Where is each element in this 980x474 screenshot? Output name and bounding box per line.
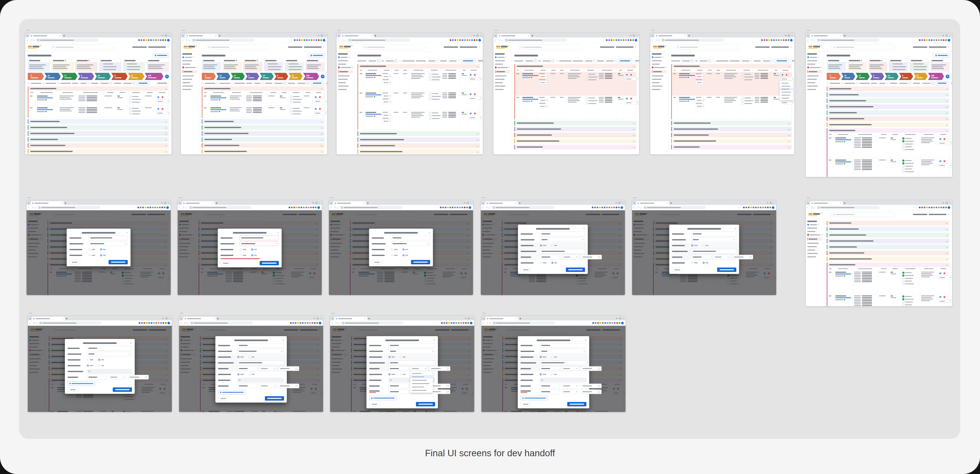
window-maximize-icon[interactable] bbox=[477, 35, 478, 36]
checkbox-icon[interactable] bbox=[265, 63, 267, 65]
window-minimize-icon[interactable] bbox=[161, 203, 163, 203]
extension-icon[interactable] bbox=[450, 39, 451, 41]
took-payment-radio[interactable] bbox=[703, 244, 705, 247]
extension-icon[interactable] bbox=[317, 322, 318, 324]
checkbox-icon[interactable] bbox=[586, 76, 588, 78]
frame-leads-section-expanded[interactable]: 31017314931338⚙ bbox=[805, 33, 952, 177]
frame-modal-took-payment-alt[interactable] bbox=[632, 200, 776, 295]
address-bar[interactable] bbox=[643, 206, 706, 209]
extension-icon[interactable] bbox=[297, 322, 299, 324]
extension-icon[interactable] bbox=[296, 39, 298, 41]
lead-name-input[interactable] bbox=[237, 343, 284, 348]
extension-icon[interactable] bbox=[441, 322, 443, 324]
agent-select[interactable] bbox=[448, 59, 460, 63]
extension-icon[interactable] bbox=[940, 207, 942, 208]
table-row[interactable] bbox=[827, 136, 949, 158]
first-payment-radio[interactable] bbox=[691, 262, 694, 264]
checkbox-icon[interactable] bbox=[429, 98, 431, 100]
tab-close-icon[interactable] bbox=[213, 318, 215, 319]
extension-icon[interactable] bbox=[446, 322, 447, 324]
sidebar-item-2[interactable] bbox=[338, 63, 353, 65]
row-status-select[interactable] bbox=[781, 77, 794, 81]
browser-tab[interactable] bbox=[333, 201, 366, 205]
export-button[interactable] bbox=[476, 59, 483, 63]
frame-payments-actions-open[interactable] bbox=[650, 33, 795, 155]
funnel-stage-3[interactable]: 3 bbox=[245, 73, 259, 80]
checkbox-icon[interactable] bbox=[902, 272, 904, 274]
sidebar-item-0[interactable] bbox=[495, 57, 510, 58]
took-payment-radio[interactable] bbox=[388, 356, 391, 358]
agent-select[interactable] bbox=[762, 59, 774, 63]
checkbox-icon[interactable] bbox=[429, 115, 431, 117]
window-maximize-icon[interactable] bbox=[770, 202, 772, 204]
add-lead-button[interactable] bbox=[309, 54, 325, 58]
type-select[interactable] bbox=[382, 75, 391, 78]
status-select[interactable] bbox=[539, 81, 548, 84]
funnel-stage-3[interactable]: 3 bbox=[870, 73, 885, 80]
extension-icon[interactable] bbox=[765, 207, 766, 208]
checkbox-icon[interactable] bbox=[586, 79, 588, 81]
filter-date-select[interactable] bbox=[99, 81, 113, 85]
extension-icon[interactable] bbox=[299, 322, 301, 324]
type-select[interactable] bbox=[540, 349, 586, 354]
new-tab-button[interactable] bbox=[375, 35, 376, 36]
extension-icon[interactable] bbox=[616, 39, 617, 41]
date-input[interactable] bbox=[581, 389, 601, 394]
extension-icon[interactable] bbox=[613, 207, 615, 208]
extension-icon[interactable] bbox=[612, 322, 613, 324]
sidebar-item-3[interactable] bbox=[807, 234, 822, 236]
cancel-button[interactable] bbox=[70, 260, 80, 264]
extension-icon[interactable] bbox=[770, 207, 771, 208]
extension-icon[interactable] bbox=[306, 39, 307, 41]
extension-icon[interactable] bbox=[762, 207, 764, 208]
window-close-icon[interactable] bbox=[622, 202, 623, 203]
funnel-stage-3[interactable]: 3 bbox=[78, 73, 94, 80]
funnel-stage-0[interactable]: 3 bbox=[202, 73, 216, 80]
extension-icon[interactable] bbox=[138, 39, 140, 41]
address-bar[interactable] bbox=[661, 38, 724, 42]
extension-icon[interactable] bbox=[752, 207, 754, 208]
back-icon[interactable] bbox=[807, 206, 809, 208]
accordion-section-3[interactable] bbox=[202, 131, 325, 136]
sidebar-item-0[interactable] bbox=[338, 57, 353, 58]
checkbox-icon[interactable] bbox=[290, 107, 292, 109]
first-payment-radio[interactable] bbox=[551, 262, 554, 264]
sidebar-item-1[interactable] bbox=[652, 60, 667, 62]
extension-icon[interactable] bbox=[780, 39, 782, 41]
took-payment-radio[interactable] bbox=[240, 248, 242, 250]
apply-filters-button[interactable] bbox=[137, 81, 149, 86]
sidebar-item-2[interactable] bbox=[495, 63, 510, 65]
took-payment-radio[interactable] bbox=[87, 359, 89, 361]
new-tab-button[interactable] bbox=[367, 202, 369, 204]
accordion-section-5[interactable] bbox=[827, 250, 950, 255]
back-icon[interactable] bbox=[483, 322, 485, 324]
sidebar-item-0[interactable] bbox=[807, 57, 822, 58]
extension-icon[interactable] bbox=[601, 207, 603, 208]
method-select[interactable] bbox=[259, 384, 277, 388]
extension-icon[interactable] bbox=[293, 322, 294, 324]
extension-icon[interactable] bbox=[778, 39, 780, 41]
date-input[interactable] bbox=[430, 366, 450, 371]
profile-avatar[interactable] bbox=[620, 206, 623, 209]
checkbox-icon[interactable] bbox=[902, 283, 904, 285]
accordion-section-1[interactable] bbox=[28, 119, 169, 124]
took-payment-radio[interactable] bbox=[100, 248, 102, 250]
funnel-stage-2[interactable]: 17 bbox=[856, 73, 870, 80]
extension-icon[interactable] bbox=[921, 39, 923, 41]
extension-icon[interactable] bbox=[607, 322, 608, 324]
browser-tab[interactable] bbox=[485, 317, 518, 320]
sidebar-item-7[interactable] bbox=[338, 82, 353, 83]
frame-label[interactable]: ... bbox=[482, 195, 485, 198]
first-payment-radio[interactable] bbox=[251, 254, 253, 256]
extension-icon[interactable] bbox=[293, 207, 295, 208]
window-maximize-icon[interactable] bbox=[619, 202, 620, 204]
extension-icon[interactable] bbox=[455, 39, 456, 41]
reload-icon[interactable] bbox=[35, 322, 37, 324]
took-payment-radio[interactable] bbox=[89, 248, 91, 250]
edit-action-button[interactable] bbox=[625, 73, 628, 76]
browser-tab[interactable] bbox=[182, 201, 215, 205]
sidebar-item-6[interactable] bbox=[495, 78, 510, 80]
cancel-button[interactable] bbox=[218, 396, 229, 401]
sidebar-item-4[interactable] bbox=[807, 238, 822, 241]
extension-icon[interactable] bbox=[630, 39, 632, 41]
